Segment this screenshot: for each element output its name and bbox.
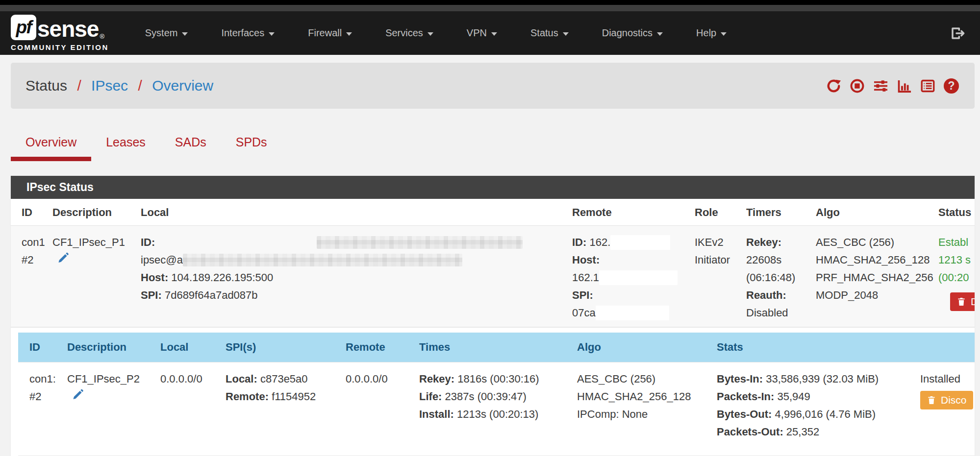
- sign-out-icon[interactable]: [950, 25, 965, 41]
- col-header-status: Status: [933, 199, 975, 226]
- edit-icon[interactable]: [71, 388, 84, 407]
- tab-overview[interactable]: Overview: [11, 130, 91, 161]
- tab-sads[interactable]: SADs: [160, 130, 221, 161]
- child-remote-cell: 0.0.0.0/0: [341, 362, 414, 456]
- col-header-algo: Algo: [811, 199, 933, 226]
- pfsense-logo-sense: sense: [37, 19, 99, 40]
- redacted-value: [317, 236, 523, 249]
- chevron-down-icon: [182, 32, 188, 36]
- child-algo-cell: AES_CBC (256) HMAC_SHA2_256_128 IPComp: …: [572, 362, 712, 456]
- nav-item-system[interactable]: System: [128, 27, 205, 39]
- ipsec-tabs: Overview Leases SADs SPDs: [11, 130, 975, 161]
- pfsense-logo-pf-box: pf: [11, 15, 36, 40]
- tab-spds[interactable]: SPDs: [221, 130, 282, 161]
- chevron-down-icon: [657, 32, 663, 36]
- child-id-cell: con1: #2: [18, 362, 62, 456]
- redacted-value: [596, 306, 669, 320]
- status-established: Establ: [938, 234, 975, 251]
- child-status-cell: Installed Disco: [915, 362, 975, 456]
- list-icon[interactable]: [920, 78, 935, 94]
- ike-role-cell: IKEv2 Initiator: [690, 226, 741, 328]
- ike-timers-cell: Rekey: 22608s (06:16:48) Reauth: Disable…: [741, 226, 811, 328]
- ipsec-status-panel: IPsec Status ID Description Local Remote…: [11, 176, 975, 456]
- refresh-icon[interactable]: [826, 78, 841, 94]
- col-header-description: Description: [62, 333, 155, 362]
- trash-icon: [927, 395, 936, 405]
- redacted-value: [599, 270, 678, 285]
- nav-item-diagnostics[interactable]: Diagnostics: [585, 27, 679, 39]
- panel-title: IPsec Status: [11, 176, 975, 199]
- ike-status-table: ID Description Local Remote Role Timers …: [11, 199, 975, 456]
- col-header-local: Local: [155, 333, 221, 362]
- status-installed: Installed: [920, 370, 975, 388]
- child-description-cell: CF1_IPsec_P2: [62, 362, 155, 456]
- window-top-strip: [0, 5, 980, 11]
- child-times-cell: Rekey: 1816s (00:30:16) Life: 2387s (00:…: [414, 362, 572, 456]
- col-header-times: Times: [414, 333, 572, 362]
- nav-item-vpn[interactable]: VPN: [450, 27, 514, 39]
- child-sa-header-row: ID Description Local SPI(s) Remote Times…: [18, 333, 975, 362]
- ike-description-cell: CF1_IPsec_P1: [48, 226, 136, 328]
- page-action-icons: ?: [826, 78, 959, 94]
- pfsense-logo[interactable]: pf sense ® COMMUNITY EDITION: [11, 15, 109, 51]
- col-header-stats: Stats: [712, 333, 915, 362]
- ike-algo-cell: AES_CBC (256) HMAC_SHA2_256_128 PRF_HMAC…: [811, 226, 933, 328]
- col-header-spis: SPI(s): [221, 333, 341, 362]
- registered-mark: ®: [100, 33, 104, 40]
- disconnect-button[interactable]: Disco: [920, 391, 973, 409]
- col-header-local: Local: [136, 199, 567, 226]
- table-row: con1 #2 CF1_IPsec_P1 ID: ipsec@a Hos: [11, 226, 975, 328]
- chevron-down-icon: [721, 32, 727, 36]
- col-header-remote: Remote: [567, 199, 690, 226]
- community-edition-label: COMMUNITY EDITION: [11, 43, 109, 51]
- breadcrumb-separator: /: [77, 77, 81, 94]
- nav-item-status[interactable]: Status: [514, 27, 585, 39]
- stop-icon[interactable]: [850, 78, 865, 94]
- redacted-value: [183, 254, 462, 266]
- ike-local-cell: ID: ipsec@a Host: 104.189.226.195:500 SP…: [136, 226, 567, 328]
- window-top-edge: [0, 0, 980, 5]
- help-icon[interactable]: ?: [944, 78, 959, 94]
- breadcrumb-bar: Status / IPsec / Overview: [11, 63, 975, 109]
- col-header-description: Description: [48, 199, 136, 226]
- col-header-timers: Timers: [741, 199, 811, 226]
- ike-table-header-row: ID Description Local Remote Role Timers …: [11, 199, 975, 226]
- edit-icon[interactable]: [56, 251, 70, 270]
- breadcrumb-link-ipsec[interactable]: IPsec: [91, 77, 128, 94]
- child-spis-cell: Local: c873e5a0 Remote: f1154952: [221, 362, 341, 456]
- chevron-down-icon: [563, 32, 569, 36]
- nav-item-services[interactable]: Services: [369, 27, 450, 39]
- child-sa-table: ID Description Local SPI(s) Remote Times…: [18, 333, 975, 456]
- disconnect-button[interactable]: Dis: [950, 292, 975, 311]
- nav-item-interfaces[interactable]: Interfaces: [204, 27, 291, 39]
- redacted-value: [610, 235, 670, 250]
- col-header-role: Role: [690, 199, 741, 226]
- chevron-down-icon: [491, 32, 497, 36]
- pfsense-logo-wordmark: pf sense ®: [11, 15, 109, 40]
- col-header-id: ID: [18, 333, 62, 362]
- child-stats-cell: Bytes-In: 33,586,939 (32.03 MiB) Packets…: [712, 362, 915, 456]
- tab-leases[interactable]: Leases: [91, 130, 160, 161]
- breadcrumb-link-overview[interactable]: Overview: [152, 77, 213, 94]
- col-header-id: ID: [11, 199, 48, 226]
- chevron-down-icon: [427, 32, 433, 36]
- trash-icon: [956, 297, 966, 307]
- breadcrumb: Status / IPsec / Overview: [25, 77, 213, 94]
- main-navbar: pf sense ® COMMUNITY EDITION System Inte…: [0, 11, 980, 55]
- nav-item-help[interactable]: Help: [679, 27, 743, 39]
- chevron-down-icon: [346, 32, 352, 36]
- col-header-blank: [915, 333, 975, 362]
- breadcrumb-separator: /: [138, 77, 142, 94]
- bar-chart-icon[interactable]: [897, 78, 912, 94]
- nav-item-firewall[interactable]: Firewall: [291, 27, 369, 39]
- nav-menu: System Interfaces Firewall Services VPN …: [128, 27, 743, 39]
- ike-status-cell: Establ 1213 s (00:20 Dis: [933, 226, 975, 328]
- table-row: con1: #2 CF1_IPsec_P2: [18, 362, 975, 456]
- ike-id-cell: con1 #2: [11, 226, 48, 328]
- col-header-algo: Algo: [572, 333, 712, 362]
- ike-remote-cell: ID: 162. Host: 162.1 SPI: 07ca: [567, 226, 690, 328]
- breadcrumb-section: Status: [25, 77, 67, 94]
- col-header-remote: Remote: [341, 333, 414, 362]
- sliders-icon[interactable]: [873, 78, 888, 94]
- chevron-down-icon: [269, 32, 275, 36]
